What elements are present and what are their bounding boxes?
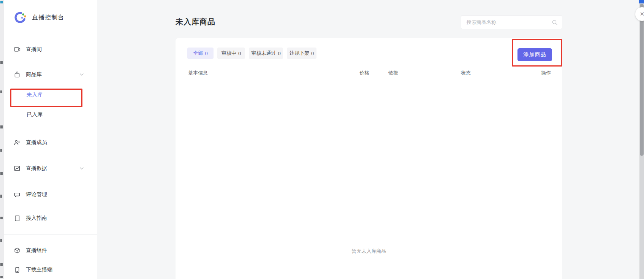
app-logo-icon [13, 11, 27, 24]
member-icon [14, 139, 21, 146]
sidebar-item-label: 商品库 [26, 71, 42, 78]
chevron-down-icon [80, 73, 84, 76]
scrollbar-track[interactable] [639, 0, 644, 279]
sidebar-item-not-stocked[interactable]: 未入库 [4, 88, 97, 102]
shopping-bag-icon [14, 71, 21, 78]
sidebar-item-label: 直播成员 [26, 139, 47, 146]
sidebar: 直播控制台 直播间 商品库 [4, 0, 97, 279]
background-window-fragment [639, 0, 644, 3]
product-list-card: 全部0 审核中0 审核未通过0 违规下架0 添加商品 基本信息 价格 链接 状态… [176, 38, 562, 279]
sidebar-item-label: 直播间 [26, 46, 42, 53]
phone-icon [14, 266, 21, 273]
tab-count: 0 [205, 51, 207, 56]
column-header-status: 状态 [461, 70, 471, 76]
tab-not-approved[interactable]: 审核未通过0 [249, 48, 283, 59]
close-icon: ✕ [640, 11, 644, 17]
tab-count: 0 [278, 51, 280, 56]
sidebar-item-live-members[interactable]: 直播成员 [4, 135, 97, 150]
tab-removed[interactable]: 违规下架0 [287, 48, 316, 59]
tab-reviewing[interactable]: 审核中0 [217, 48, 245, 59]
sidebar-item-product-library[interactable]: 商品库 [4, 67, 97, 82]
sidebar-item-stocked[interactable]: 已入库 [4, 108, 97, 122]
sidebar-item-label: 评论管理 [26, 191, 47, 198]
close-button[interactable]: ✕ [635, 7, 644, 21]
sidebar-item-live-data[interactable]: 直播数据 [4, 161, 97, 176]
scrollbar-thumb[interactable] [640, 4, 644, 156]
brand: 直播控制台 [13, 11, 64, 24]
tab-label: 全部 [193, 50, 203, 57]
tab-label: 违规下架 [290, 50, 309, 57]
column-header-action: 操作 [541, 70, 551, 76]
sidebar-item-label: 下载主播端 [26, 266, 52, 273]
guide-book-icon [14, 215, 21, 222]
cube-icon [14, 247, 21, 254]
sidebar-item-live-components[interactable]: 直播组件 [4, 243, 97, 258]
sidebar-item-label: 直播组件 [26, 247, 47, 254]
sidebar-divider [4, 234, 97, 235]
sidebar-item-download-anchor-client[interactable]: 下载主播端 [4, 262, 97, 277]
page-title: 未入库商品 [176, 17, 215, 27]
add-product-button[interactable]: 添加商品 [517, 48, 552, 61]
video-camera-icon [14, 46, 21, 53]
tab-label: 审核中 [222, 50, 236, 57]
chevron-down-icon [80, 167, 84, 170]
search-box [461, 15, 562, 29]
tab-count: 0 [311, 51, 314, 56]
search-input[interactable] [461, 16, 562, 29]
sidebar-item-live-room[interactable]: 直播间 [4, 42, 97, 57]
app-window: 直播控制台 直播间 商品库 [0, 0, 644, 279]
tab-count: 0 [238, 51, 241, 56]
sidebar-subitem-label: 已入库 [27, 111, 43, 118]
tab-all[interactable]: 全部0 [187, 48, 214, 59]
comment-icon [14, 191, 21, 198]
sidebar-item-access-guide[interactable]: 接入指南 [4, 211, 97, 226]
sidebar-subitem-label: 未入库 [27, 92, 43, 98]
sidebar-item-label: 直播数据 [26, 165, 47, 172]
table-header-row: 基本信息 价格 链接 状态 操作 [176, 68, 562, 78]
tab-label: 审核未通过 [251, 50, 276, 57]
search-icon[interactable] [552, 19, 558, 25]
sidebar-item-comment-management[interactable]: 评论管理 [4, 187, 97, 202]
column-header-basic-info: 基本信息 [188, 70, 208, 76]
column-header-link: 链接 [388, 70, 398, 76]
app-title: 直播控制台 [32, 14, 64, 22]
chart-icon [14, 165, 21, 172]
sidebar-item-label: 接入指南 [26, 215, 47, 222]
column-header-price: 价格 [359, 70, 369, 76]
background-window-sliver [0, 0, 4, 279]
empty-state-message: 暂无未入库商品 [176, 248, 562, 255]
